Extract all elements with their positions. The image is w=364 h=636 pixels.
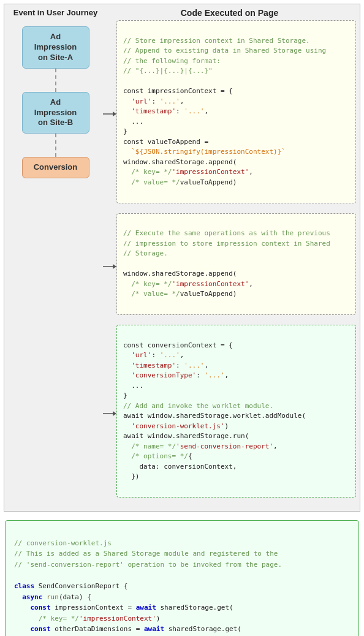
journey-item-a: Ad Impressionon Site-A xyxy=(22,26,89,69)
code-panel-1: // Store impression context in Shared St… xyxy=(116,20,356,203)
bottom-code: class SendConversionReport { async run(d… xyxy=(14,582,246,636)
journey-item-conversion: Conversion xyxy=(22,157,89,178)
code-comment-2: // Execute the same operations as with t… xyxy=(123,229,330,257)
arrow-3 xyxy=(103,409,116,418)
code-panel-2: // Execute the same operations as with t… xyxy=(116,213,356,316)
arrow-1 xyxy=(103,110,116,118)
panel-2-row: // Execute the same operations as with t… xyxy=(103,213,356,320)
code-panels: // Store impression context in Shared St… xyxy=(103,20,356,507)
code-text-2: window.sharedStorage.append( /* key= */'… xyxy=(123,270,253,298)
dashed-line-2 xyxy=(55,134,56,157)
code-panel-3: const conversionContext = { 'url': '...'… xyxy=(116,325,356,498)
code-text-3b: await window.sharedStorage.worklet.addMo… xyxy=(123,412,306,480)
content-area: Ad Impressionon Site-A Ad Impressionon S… xyxy=(8,20,356,507)
arrow-icon-3 xyxy=(103,409,116,418)
header-row: Event in User Journey Code Executed on P… xyxy=(8,8,356,18)
journey-box-conversion: Conversion xyxy=(22,157,89,178)
bottom-comment-1: // conversion-worklet.js // This is adde… xyxy=(14,539,282,569)
panel-3-row: const conversionContext = { 'url': '...'… xyxy=(103,325,356,502)
code-text-3: const conversionContext = { 'url': '...'… xyxy=(123,341,233,400)
arrow-icon-1 xyxy=(103,110,116,118)
arrow-2 xyxy=(103,262,116,271)
panel-1-row: // Store impression context in Shared St… xyxy=(103,20,356,208)
journey-box-ad-a: Ad Impressionon Site-A xyxy=(22,26,89,69)
journey-header: Event in User Journey xyxy=(8,8,103,18)
page-wrapper: Event in User Journey Code Executed on P… xyxy=(0,0,364,636)
code-comment: // Store impression context in Shared St… xyxy=(123,37,326,75)
arrow-icon-2 xyxy=(103,262,116,271)
code-text: const impressionContext = { 'url': '...'… xyxy=(123,87,286,186)
bottom-code-section: // conversion-worklet.js // This is adde… xyxy=(5,520,359,636)
code-header: Code Executed on Page xyxy=(103,8,356,18)
code-comment-3: // Add and invoke the worklet module. xyxy=(123,402,273,410)
top-section: Event in User Journey Code Executed on P… xyxy=(4,4,360,512)
dashed-line-1 xyxy=(55,69,56,92)
journey-column: Ad Impressionon Site-A Ad Impressionon S… xyxy=(8,20,103,507)
journey-item-b: Ad Impressionon Site-B xyxy=(22,92,89,134)
journey-box-ad-b: Ad Impressionon Site-B xyxy=(22,92,89,134)
